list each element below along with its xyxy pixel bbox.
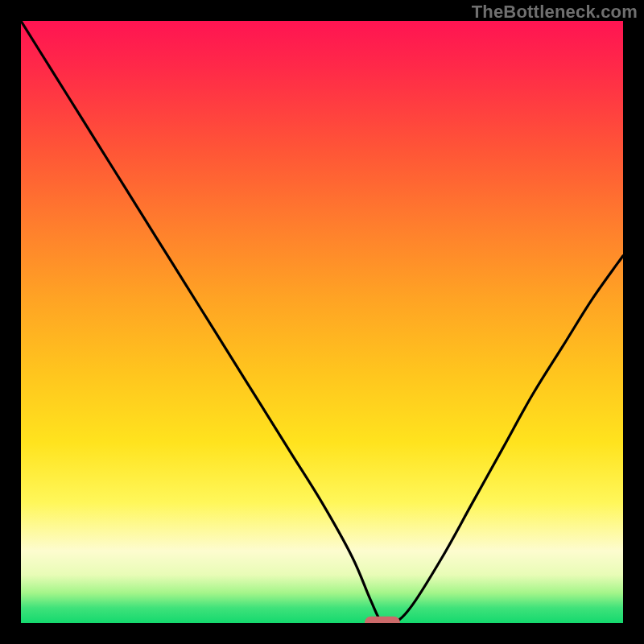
curve-path	[21, 21, 623, 623]
plot-area	[21, 21, 623, 623]
watermark-text: TheBottleneck.com	[472, 2, 638, 23]
optimum-marker	[365, 617, 400, 623]
bottleneck-curve	[21, 21, 623, 623]
chart-container: TheBottleneck.com	[0, 0, 644, 644]
